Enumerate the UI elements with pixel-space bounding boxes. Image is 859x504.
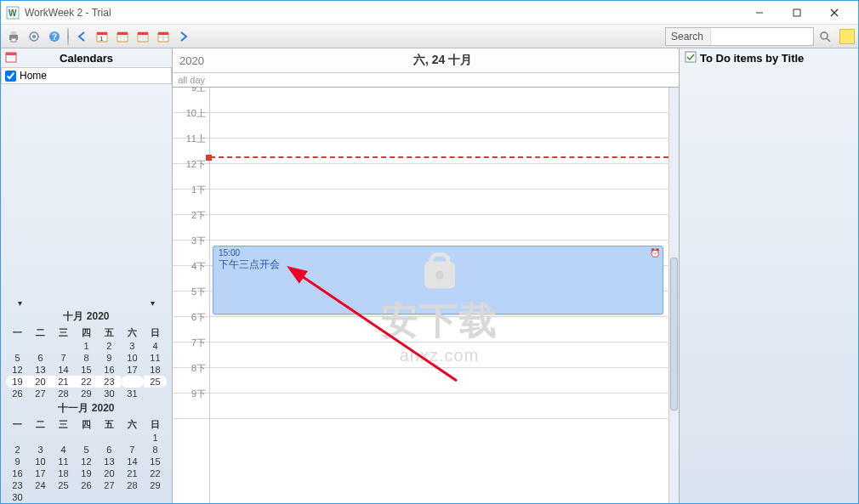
mini-day-cell[interactable]: 11 — [52, 456, 75, 467]
mini-day-cell[interactable]: 10 — [29, 456, 52, 467]
search-button[interactable] — [816, 27, 834, 46]
mini-day-cell[interactable]: 13 — [29, 364, 52, 376]
mini-day-cell[interactable] — [75, 491, 98, 503]
mini-day-cell[interactable] — [98, 491, 121, 503]
mini-day-cell[interactable]: 26 — [75, 479, 98, 491]
calendar-event[interactable]: 15:00下午三点开会⏰ — [213, 246, 663, 314]
week-view-button[interactable] — [134, 27, 152, 46]
mini-day-cell[interactable] — [29, 340, 52, 352]
mini-day-cell[interactable]: 1 — [75, 340, 98, 352]
mini-day-cell[interactable]: 19 — [75, 467, 98, 479]
mini-day-cell[interactable]: 23 — [6, 479, 29, 491]
month-view-button[interactable] — [154, 27, 173, 46]
mini-day-cell[interactable]: 19 — [6, 376, 29, 388]
mini-day-cell[interactable]: 9 — [6, 456, 29, 467]
mini-day-cell[interactable]: 8 — [144, 444, 167, 456]
hour-slot[interactable] — [210, 113, 668, 139]
mini-day-cell[interactable]: 5 — [6, 352, 29, 364]
mini-day-cell[interactable]: 13 — [98, 456, 121, 467]
mini-day-cell[interactable]: 6 — [98, 444, 121, 456]
time-grid[interactable]: 安下载 anxz.com 15:00下午三点开会⏰ — [210, 88, 668, 503]
mini-day-cell[interactable]: 15 — [75, 364, 98, 376]
mini-day-cell[interactable]: 2 — [6, 444, 29, 456]
mini-day-cell[interactable] — [75, 432, 98, 444]
day-view-button[interactable]: 1 — [93, 27, 111, 46]
mini-day-cell[interactable]: 17 — [121, 364, 144, 376]
hour-slot[interactable] — [210, 394, 668, 419]
mini-day-cell[interactable] — [98, 432, 121, 444]
mini-day-cell[interactable]: 9 — [98, 352, 121, 364]
mini-day-cell[interactable]: 11 — [144, 352, 167, 364]
mini-next-button[interactable]: ▾ — [151, 298, 155, 308]
mini-day-cell[interactable]: 21 — [52, 376, 75, 388]
mini-day-cell[interactable]: 4 — [144, 340, 167, 352]
mini-day-cell[interactable]: 2 — [98, 340, 121, 352]
mini-day-cell[interactable]: 31 — [121, 388, 144, 399]
mini-day-cell[interactable]: 21 — [121, 467, 144, 479]
mini-day-cell[interactable]: 30 — [6, 491, 29, 503]
hour-slot[interactable] — [210, 317, 668, 343]
minimize-button[interactable] — [741, 2, 778, 24]
mini-day-cell[interactable]: 18 — [144, 364, 167, 376]
mini-day-cell[interactable]: 29 — [75, 388, 98, 399]
hour-slot[interactable] — [210, 139, 668, 164]
search-input[interactable] — [711, 28, 813, 45]
mini-day-cell[interactable] — [29, 432, 52, 444]
hour-slot[interactable] — [210, 368, 668, 394]
hour-slot[interactable] — [210, 343, 668, 368]
mini-day-cell[interactable]: 28 — [52, 388, 75, 399]
maximize-button[interactable] — [778, 2, 816, 24]
mini-day-cell[interactable]: 20 — [98, 467, 121, 479]
mini-day-cell[interactable]: 15 — [144, 456, 167, 467]
mini-day-cell[interactable]: 16 — [6, 467, 29, 479]
mini-day-cell[interactable] — [52, 432, 75, 444]
mini-day-cell[interactable]: 16 — [98, 364, 121, 376]
close-button[interactable] — [816, 2, 853, 24]
scrollbar-thumb[interactable] — [670, 258, 678, 411]
mini-day-cell[interactable]: 14 — [121, 456, 144, 467]
mini-day-cell[interactable] — [144, 491, 167, 503]
mini-day-cell[interactable]: 12 — [6, 364, 29, 376]
workweek-view-button[interactable] — [113, 27, 132, 46]
mini-day-cell[interactable]: 27 — [29, 388, 52, 399]
mini-prev-button[interactable]: ▾ — [18, 298, 22, 308]
mini-day-cell[interactable]: 24 — [29, 479, 52, 491]
mini-day-cell[interactable]: 12 — [75, 456, 98, 467]
prev-button[interactable] — [72, 27, 91, 46]
mini-day-cell[interactable]: 22 — [75, 376, 98, 388]
mini-day-cell[interactable]: 22 — [144, 467, 167, 479]
next-button[interactable] — [174, 27, 193, 46]
vertical-scrollbar[interactable] — [668, 88, 679, 503]
all-day-row[interactable]: all day — [173, 72, 679, 88]
mini-day-cell[interactable]: 24 — [121, 376, 144, 388]
mini-day-cell[interactable]: 20 — [29, 376, 52, 388]
mini-day-cell[interactable]: 25 — [52, 479, 75, 491]
mini-day-cell[interactable] — [52, 491, 75, 503]
mini-day-cell[interactable]: 30 — [98, 388, 121, 399]
help-button[interactable]: ? — [45, 27, 64, 46]
mini-day-cell[interactable]: 5 — [75, 444, 98, 456]
mini-day-cell[interactable]: 10 — [121, 352, 144, 364]
mini-day-cell[interactable]: 7 — [121, 444, 144, 456]
mini-day-cell[interactable]: 17 — [29, 467, 52, 479]
calendar-item-home[interactable]: Home — [2, 68, 171, 83]
todo-header[interactable]: To Do items by Title — [680, 48, 858, 67]
mini-day-cell[interactable]: 26 — [6, 388, 29, 399]
hour-slot[interactable] — [210, 190, 668, 215]
mini-day-cell[interactable]: 7 — [52, 352, 75, 364]
mini-day-cell[interactable]: 25 — [144, 376, 167, 388]
mini-day-cell[interactable]: 4 — [52, 444, 75, 456]
mini-day-cell[interactable]: 3 — [121, 340, 144, 352]
mini-day-cell[interactable] — [121, 491, 144, 503]
mini-day-cell[interactable] — [6, 432, 29, 444]
mini-day-cell[interactable] — [144, 388, 167, 399]
mini-day-cell[interactable]: 6 — [29, 352, 52, 364]
mini-day-cell[interactable]: 3 — [29, 444, 52, 456]
mini-day-cell[interactable]: 14 — [52, 364, 75, 376]
hour-slot[interactable] — [210, 88, 668, 113]
mini-day-cell[interactable] — [52, 340, 75, 352]
mini-day-cell[interactable] — [29, 491, 52, 503]
mini-day-cell[interactable]: 8 — [75, 352, 98, 364]
calendar-checkbox[interactable] — [5, 71, 16, 82]
mini-day-cell[interactable]: 28 — [121, 479, 144, 491]
